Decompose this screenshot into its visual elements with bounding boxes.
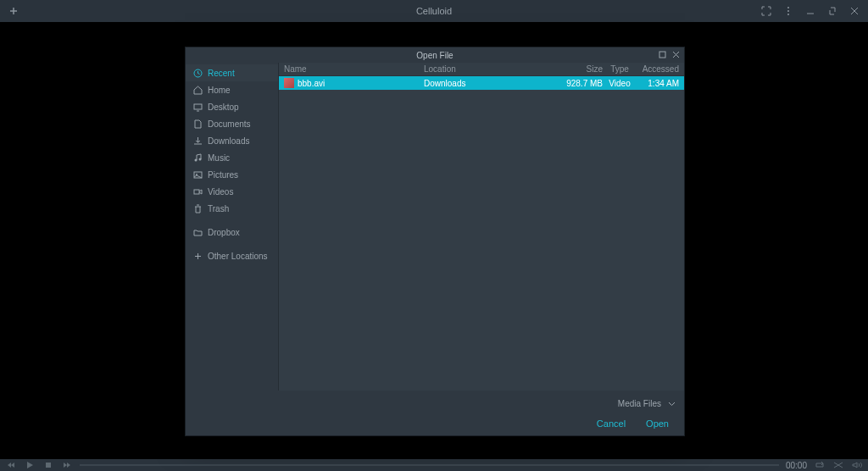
sidebar-item-label: Recent bbox=[208, 69, 235, 78]
home-icon bbox=[192, 85, 203, 95]
column-size[interactable]: Size bbox=[552, 64, 603, 74]
loop-button[interactable] bbox=[814, 459, 826, 471]
svg-rect-11 bbox=[194, 190, 199, 194]
sidebar-item-recent[interactable]: Recent bbox=[186, 64, 278, 81]
sidebar-item-other-locations[interactable]: Other Locations bbox=[186, 247, 278, 264]
close-button[interactable] bbox=[848, 4, 861, 18]
file-row[interactable]: bbb.avi Downloads 928.7 MB Video 1:34 AM bbox=[279, 76, 684, 90]
file-name: bbb.avi bbox=[298, 79, 325, 88]
sidebar-item-label: Documents bbox=[208, 119, 251, 129]
dialog-close-button[interactable] bbox=[670, 49, 681, 59]
svg-point-0 bbox=[787, 7, 789, 8]
sidebar-item-label: Other Locations bbox=[208, 252, 268, 261]
sidebar-item-label: Home bbox=[208, 86, 231, 95]
sidebar-item-pictures[interactable]: Pictures bbox=[186, 166, 278, 183]
download-icon bbox=[192, 136, 203, 146]
titlebar: Celluloid bbox=[0, 0, 868, 22]
shuffle-button[interactable] bbox=[832, 459, 844, 471]
sidebar-item-label: Downloads bbox=[208, 136, 249, 146]
filter-label: Media Files bbox=[618, 399, 661, 408]
video-file-icon bbox=[284, 78, 294, 88]
open-button[interactable]: Open bbox=[646, 418, 669, 429]
sidebar-item-dropbox[interactable]: Dropbox bbox=[186, 224, 278, 241]
sidebar-item-home[interactable]: Home bbox=[186, 81, 278, 98]
clock-icon bbox=[192, 68, 203, 78]
next-button[interactable] bbox=[61, 459, 73, 471]
sidebar-item-label: Desktop bbox=[208, 103, 239, 112]
progress-slider[interactable] bbox=[80, 464, 779, 466]
svg-point-7 bbox=[194, 158, 197, 161]
dialog-maximize-button[interactable] bbox=[657, 49, 667, 59]
file-location: Downloads bbox=[424, 79, 552, 88]
sidebar-item-trash[interactable]: Trash bbox=[186, 200, 278, 217]
sidebar-item-label: Music bbox=[208, 153, 230, 163]
add-button[interactable] bbox=[7, 4, 20, 18]
column-location[interactable]: Location bbox=[424, 64, 552, 74]
sidebar-item-downloads[interactable]: Downloads bbox=[186, 132, 278, 149]
fullscreen-button[interactable] bbox=[760, 4, 773, 18]
video-icon bbox=[192, 186, 203, 197]
desktop-icon bbox=[192, 102, 203, 112]
music-icon bbox=[192, 152, 203, 163]
file-list: Name Location Size Type Accessed bbb.avi… bbox=[279, 63, 684, 391]
sidebar-item-label: Dropbox bbox=[208, 228, 240, 237]
sidebar-item-label: Videos bbox=[208, 187, 233, 197]
sidebar: Recent Home Desktop Documents Downloads … bbox=[186, 63, 279, 391]
file-filter-select[interactable]: Media Files bbox=[618, 399, 676, 408]
sidebar-item-music[interactable]: Music bbox=[186, 149, 278, 166]
file-list-header: Name Location Size Type Accessed bbox=[279, 63, 684, 76]
play-button[interactable] bbox=[24, 459, 36, 471]
chevron-down-icon bbox=[668, 402, 676, 407]
app-title: Celluloid bbox=[416, 6, 452, 16]
menu-button[interactable] bbox=[782, 4, 795, 18]
volume-button[interactable] bbox=[851, 459, 863, 471]
dialog-footer: Media Files Cancel Open bbox=[186, 391, 684, 435]
file-type: Video bbox=[603, 79, 637, 88]
previous-button[interactable] bbox=[5, 459, 17, 471]
cancel-button[interactable]: Cancel bbox=[597, 418, 626, 429]
open-file-dialog: Open File Recent Home Desktop Documents bbox=[185, 47, 685, 436]
minimize-button[interactable] bbox=[804, 4, 817, 18]
dialog-header: Open File bbox=[186, 47, 684, 63]
column-accessed[interactable]: Accessed bbox=[637, 64, 679, 74]
folder-icon bbox=[192, 227, 203, 237]
plus-icon bbox=[192, 251, 203, 261]
player-bar: 00:00 bbox=[0, 459, 868, 471]
sidebar-item-desktop[interactable]: Desktop bbox=[186, 98, 278, 115]
trash-icon bbox=[192, 203, 203, 213]
stop-button[interactable] bbox=[42, 459, 54, 471]
svg-point-8 bbox=[198, 158, 201, 160]
svg-point-2 bbox=[787, 14, 789, 15]
sidebar-item-label: Trash bbox=[208, 204, 229, 213]
file-size: 928.7 MB bbox=[552, 79, 603, 88]
time-display: 00:00 bbox=[786, 461, 807, 470]
sidebar-item-label: Pictures bbox=[208, 170, 238, 180]
document-icon bbox=[192, 119, 203, 129]
column-name[interactable]: Name bbox=[284, 64, 424, 74]
file-accessed: 1:34 AM bbox=[637, 79, 679, 88]
svg-point-1 bbox=[787, 10, 789, 12]
dialog-title: Open File bbox=[416, 51, 453, 60]
svg-rect-6 bbox=[194, 104, 202, 109]
sidebar-item-documents[interactable]: Documents bbox=[186, 115, 278, 132]
maximize-button[interactable] bbox=[826, 4, 839, 18]
picture-icon bbox=[192, 169, 203, 180]
svg-rect-3 bbox=[46, 463, 51, 468]
sidebar-item-videos[interactable]: Videos bbox=[186, 183, 278, 200]
column-type[interactable]: Type bbox=[603, 64, 637, 74]
svg-rect-4 bbox=[659, 52, 665, 58]
